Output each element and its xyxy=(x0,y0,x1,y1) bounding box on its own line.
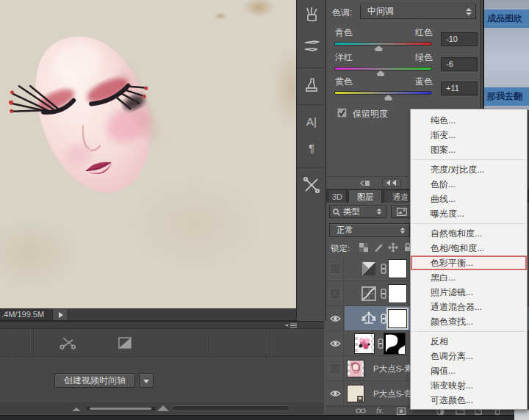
zoom-out-mountain-icon[interactable] xyxy=(72,407,81,411)
play-arrow-icon xyxy=(59,312,63,318)
dock-group-label: ····· xyxy=(301,106,310,110)
menu-item-color-balance-highlighted[interactable]: 色彩平衡... xyxy=(411,256,527,270)
clone-source-panel-icon[interactable] xyxy=(301,75,322,95)
tab-3d[interactable]: 3D xyxy=(328,189,347,203)
menu-item-gradient-map[interactable]: 渐变映射... xyxy=(411,378,527,393)
menu-item-solid-color[interactable]: 纯色... xyxy=(411,113,527,128)
create-video-timeline-button[interactable]: 创建视频时间轴 xyxy=(54,373,135,388)
yellow-blue-value[interactable]: +11 xyxy=(441,82,478,95)
menu-item-photo-filter[interactable]: 照片滤镜... xyxy=(411,285,527,300)
zoom-slider-thumb[interactable] xyxy=(90,408,151,410)
transition-icon[interactable] xyxy=(118,336,132,350)
visibility-toggle[interactable] xyxy=(326,306,344,330)
blend-mode-select[interactable]: 正常 xyxy=(329,223,410,237)
menu-item-channel-mixer[interactable]: 通道混合器... xyxy=(411,300,527,314)
mask-link-icon[interactable] xyxy=(381,314,386,324)
check-icon xyxy=(338,109,346,117)
chevron-down-icon xyxy=(143,380,149,383)
toolbar-divider xyxy=(270,330,270,357)
layer-style-fx-icon[interactable]: fx. xyxy=(376,408,384,415)
slider-thumb[interactable] xyxy=(375,46,383,52)
layer-mask-thumbnail-black[interactable] xyxy=(384,333,406,355)
menu-item-levels[interactable]: 色阶... xyxy=(411,177,527,192)
tab-layers[interactable]: 图层 xyxy=(348,189,382,203)
red-label: 红色 xyxy=(396,26,433,39)
menu-separator xyxy=(412,331,525,332)
layer-mask-thumbnail[interactable] xyxy=(388,284,407,303)
lock-transparency-icon[interactable] xyxy=(359,242,369,253)
tool-presets-panel-icon[interactable] xyxy=(301,175,322,195)
split-clip-scissors-icon[interactable] xyxy=(59,336,76,350)
brush-presets-panel-icon[interactable] xyxy=(301,4,322,25)
brush-panel-icon[interactable] xyxy=(301,35,322,56)
visibility-toggle[interactable] xyxy=(326,331,344,355)
layer-filter-select[interactable]: 类型 xyxy=(329,205,386,218)
mask-link-icon[interactable] xyxy=(381,289,386,299)
yellow-blue-slider[interactable] xyxy=(334,91,432,95)
layer-mask-thumbnail-selected[interactable] xyxy=(388,309,407,328)
tone-select[interactable]: 中间调 xyxy=(360,4,476,19)
dock-divider xyxy=(297,104,325,105)
menu-item-curves[interactable]: 曲线... xyxy=(411,192,527,206)
menu-item-selective-color[interactable]: 可选颜色... xyxy=(411,393,527,408)
gradient-adjustment-icon xyxy=(360,260,378,278)
timeline-panel: 创建视频时间轴 xyxy=(0,321,324,415)
menu-item-gradient[interactable]: 渐变... xyxy=(411,128,527,142)
visibility-toggle[interactable] xyxy=(326,356,344,380)
panel-footer-icon[interactable] xyxy=(360,180,370,187)
timeline-mode-dropdown-button[interactable] xyxy=(139,373,154,388)
layer-thumbnail-background[interactable] xyxy=(347,385,364,402)
updown-arrows-icon xyxy=(466,8,472,15)
menu-item-invert[interactable]: 反相 xyxy=(411,334,527,349)
menu-item-hue-saturation[interactable]: 色相/饱和度... xyxy=(411,241,527,256)
menu-item-brightness-contrast[interactable]: 亮度/对比度... xyxy=(411,162,527,177)
menu-item-threshold[interactable]: 阈值... xyxy=(411,363,527,378)
lock-pixels-icon[interactable] xyxy=(373,242,384,253)
mask-link-icon[interactable] xyxy=(381,264,386,274)
cyan-red-slider[interactable] xyxy=(334,42,432,46)
timeline-zoom-row xyxy=(0,402,324,414)
slider-thumb[interactable] xyxy=(377,70,385,77)
magenta-green-value[interactable]: -6 xyxy=(441,57,478,71)
slider-thumb[interactable] xyxy=(384,95,392,101)
picture-icon xyxy=(397,208,407,216)
cyan-red-value[interactable]: -10 xyxy=(441,32,478,46)
add-mask-icon[interactable] xyxy=(397,408,406,415)
timeline-scrollbar[interactable] xyxy=(171,405,290,411)
lock-position-icon[interactable] xyxy=(388,242,398,253)
menu-item-pattern[interactable]: 图案... xyxy=(411,142,527,157)
toolbar-divider xyxy=(33,330,34,357)
mask-link-icon[interactable] xyxy=(378,338,384,349)
link-layers-icon[interactable] xyxy=(356,408,366,414)
document-canvas[interactable] xyxy=(0,0,296,308)
visibility-toggle[interactable] xyxy=(326,381,344,405)
menu-item-exposure[interactable]: 曝光度... xyxy=(411,206,527,221)
menu-item-posterize[interactable]: 色调分离... xyxy=(411,349,527,363)
eye-visible-icon xyxy=(330,390,341,397)
layer-thumbnail-portrait[interactable] xyxy=(347,360,364,377)
status-flyout-button[interactable] xyxy=(52,309,68,320)
eye-visible-icon xyxy=(330,315,341,322)
layer-mask-thumbnail[interactable] xyxy=(388,259,407,278)
visibility-toggle[interactable] xyxy=(326,256,344,280)
menu-separator xyxy=(412,159,525,160)
panel-dock: ····· ····· A| ¶ ····· xyxy=(296,0,326,321)
tone-label: 色调: xyxy=(332,7,352,19)
menu-item-vibrance[interactable]: 自然饱和度... xyxy=(411,226,527,241)
paragraph-panel-icon[interactable]: ¶ xyxy=(301,138,322,159)
magenta-green-slider[interactable] xyxy=(334,67,432,70)
panel-menu-icon[interactable] xyxy=(285,323,297,328)
zoom-in-mountain-icon[interactable] xyxy=(157,405,169,411)
preserve-luminosity-checkbox[interactable] xyxy=(337,108,347,117)
collapse-panels-icon[interactable] xyxy=(382,178,401,187)
menu-item-black-white[interactable]: 黑白... xyxy=(411,270,527,285)
window-bottom-edge xyxy=(0,415,529,420)
character-panel-icon[interactable]: A| xyxy=(301,112,322,132)
new-adjustment-layer-menu: 纯色... 渐变... 图案... 亮度/对比度... 色阶... 曲线... … xyxy=(410,109,528,410)
layer-thumbnail-flower[interactable] xyxy=(354,333,375,354)
dock-divider xyxy=(297,68,325,68)
eye-hidden-icon xyxy=(331,364,339,373)
visibility-toggle[interactable] xyxy=(326,281,344,305)
menu-item-color-lookup[interactable]: 颜色查找... xyxy=(411,314,527,329)
timeline-zoom-slider[interactable] xyxy=(87,407,156,410)
